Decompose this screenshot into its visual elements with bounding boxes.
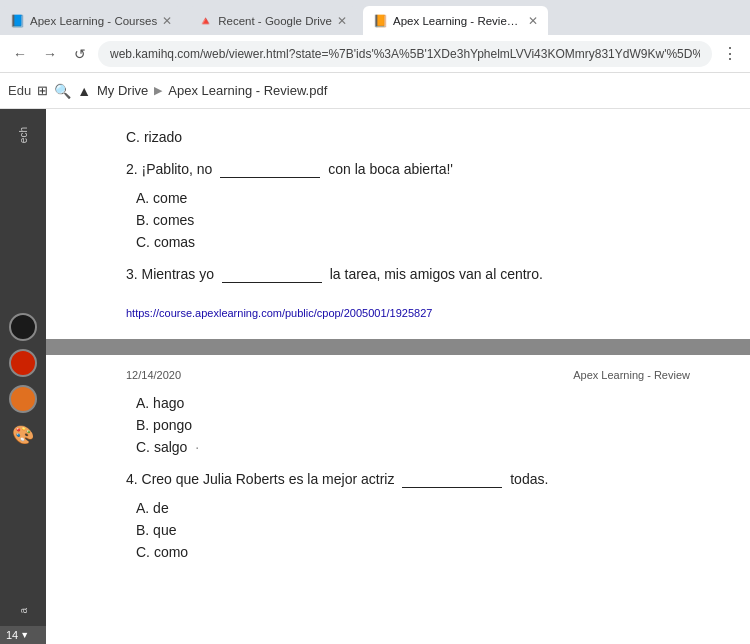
breadcrumb-separator: ▶	[154, 84, 162, 97]
question-2-blank	[220, 161, 320, 178]
page-segment-1: C. rizado 2. ¡Pablito, no con la boca ab…	[46, 109, 750, 339]
address-bar-row: ← → ↺ ⋮	[0, 35, 750, 73]
page-header: 12/14/2020 Apex Learning - Review	[126, 369, 690, 381]
page-header-title: Apex Learning - Review	[573, 369, 690, 381]
url-line-container: https://course.apexlearning.com/public/c…	[126, 307, 690, 319]
document-area: C. rizado 2. ¡Pablito, no con la boca ab…	[46, 109, 750, 644]
tab-close-2[interactable]: ✕	[337, 14, 347, 28]
q4-option-b: B. que	[136, 522, 690, 538]
question-4-text: 4. Creo que Julia Roberts es la mejor ac…	[126, 471, 690, 488]
tab-close-3[interactable]: ✕	[528, 14, 538, 28]
page-number: 14	[6, 629, 18, 641]
tab-google-drive[interactable]: 🔺 Recent - Google Drive ✕	[188, 6, 357, 35]
search-icon[interactable]: 🔍	[54, 83, 71, 99]
tab-favicon-3: 📙	[373, 14, 388, 28]
q4-option-c: C. como	[136, 544, 690, 560]
page-dropdown-icon: ▼	[20, 630, 29, 640]
question-3-container-top: 3. Mientras yo la tarea, mis amigos van …	[126, 266, 690, 283]
tab-favicon-2: 🔺	[198, 14, 213, 28]
tab-apex-courses[interactable]: 📘 Apex Learning - Courses ✕	[0, 6, 182, 35]
back-button[interactable]: ←	[8, 42, 32, 66]
edu-label[interactable]: Edu	[8, 83, 31, 98]
question-2-options: A. come B. comes C. comas	[136, 190, 690, 250]
tab-favicon-1: 📘	[10, 14, 25, 28]
question-3-text: 3. Mientras yo la tarea, mis amigos van …	[126, 266, 690, 283]
file-name-label: Apex Learning - Review.pdf	[168, 83, 327, 98]
tool-palette[interactable]: 🎨	[9, 421, 37, 449]
refresh-button[interactable]: ↺	[68, 42, 92, 66]
question-3-options: A. hago B. pongo C. salgo ·	[136, 395, 690, 455]
page-number-badge[interactable]: 14 ▼	[0, 626, 46, 644]
extensions-icon[interactable]: ⋮	[718, 42, 742, 66]
drive-icon: ▲	[77, 83, 91, 99]
page-break	[46, 339, 750, 355]
q2-option-c: C. comas	[136, 234, 690, 250]
q1-option-c: C. rizado	[126, 129, 690, 145]
tab-apex-review[interactable]: 📙 Apex Learning - Review.pd ✕	[363, 6, 548, 35]
sidebar-tools: 🎨	[9, 313, 37, 449]
layout-icon: ⊞	[37, 83, 48, 98]
tab-label-1: Apex Learning - Courses	[30, 15, 157, 27]
q3-option-b: B. pongo	[136, 417, 690, 433]
tool-orange-circle[interactable]	[9, 385, 37, 413]
toolbar: Edu ⊞ 🔍 ▲ My Drive ▶ Apex Learning - Rev…	[0, 73, 750, 109]
question-4-options: A. de B. que C. como	[136, 500, 690, 560]
q3-option-c: C. salgo ·	[136, 439, 690, 455]
browser-tabs: 📘 Apex Learning - Courses ✕ 🔺 Recent - G…	[0, 0, 750, 35]
my-drive-label[interactable]: My Drive	[97, 83, 148, 98]
question-4-blank	[402, 471, 502, 488]
q2-option-a: A. come	[136, 190, 690, 206]
question-3-blank	[222, 266, 322, 283]
tab-close-1[interactable]: ✕	[162, 14, 172, 28]
main-area: ech 🎨 a 14 ▼ C. rizado 2. ¡Pablito, no	[0, 109, 750, 644]
q3-option-a: A. hago	[136, 395, 690, 411]
tab-label-2: Recent - Google Drive	[218, 15, 332, 27]
sidebar-label-a: a	[18, 608, 29, 614]
sidebar: ech 🎨 a 14 ▼	[0, 109, 46, 644]
url-link[interactable]: https://course.apexlearning.com/public/c…	[126, 307, 690, 319]
page-date: 12/14/2020	[126, 369, 181, 381]
q2-option-b: B. comes	[136, 212, 690, 228]
address-input[interactable]	[98, 41, 712, 67]
q4-option-a: A. de	[136, 500, 690, 516]
question-2-container: 2. ¡Pablito, no con la boca abierta!' A.…	[126, 161, 690, 250]
question-2-text: 2. ¡Pablito, no con la boca abierta!'	[126, 161, 690, 178]
tab-label-3: Apex Learning - Review.pd	[393, 15, 523, 27]
forward-button[interactable]: →	[38, 42, 62, 66]
tool-red-circle[interactable]	[9, 349, 37, 377]
question-4-container: 4. Creo que Julia Roberts es la mejor ac…	[126, 471, 690, 560]
sidebar-label-ech: ech	[18, 127, 29, 143]
page-segment-2: 12/14/2020 Apex Learning - Review A. hag…	[46, 355, 750, 644]
tool-black-circle[interactable]	[9, 313, 37, 341]
